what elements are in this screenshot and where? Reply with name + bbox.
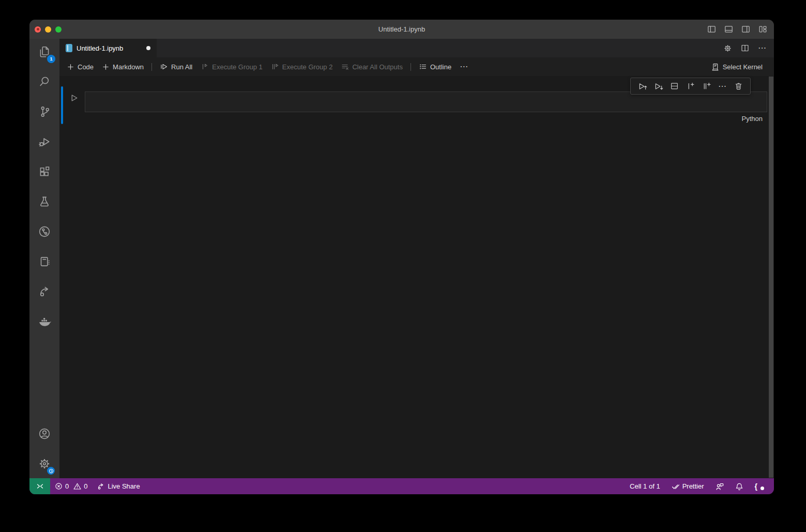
execute-above-cells-icon[interactable] bbox=[634, 79, 650, 94]
run-all-icon bbox=[160, 63, 168, 71]
notebook-body[interactable]: ⋯ Python bbox=[59, 76, 774, 478]
execute-group-2-button[interactable]: Execute Group 2 bbox=[267, 60, 337, 73]
check-all-icon bbox=[672, 482, 680, 491]
search-icon bbox=[38, 75, 51, 88]
sidebar-item-live-share[interactable] bbox=[33, 280, 56, 303]
tab-bar: Untitled-1.ipynb ⋯ bbox=[59, 39, 774, 57]
delete-cell-icon[interactable] bbox=[731, 79, 747, 94]
explorer-badge: 1 bbox=[47, 55, 55, 63]
traffic-lights bbox=[29, 26, 62, 33]
extensions-icon bbox=[38, 165, 51, 178]
more-actions-icon[interactable]: ⋯ bbox=[758, 44, 767, 52]
feedback-icon bbox=[716, 482, 724, 491]
clear-outputs-icon bbox=[341, 63, 349, 71]
run-and-debug-icon bbox=[38, 135, 51, 148]
source-control-icon bbox=[38, 105, 51, 118]
plus-icon bbox=[102, 63, 110, 71]
account-icon bbox=[38, 427, 51, 440]
toggle-panel-icon[interactable] bbox=[724, 25, 733, 34]
sidebar-item-extensions[interactable] bbox=[33, 160, 56, 183]
error-count: 0 bbox=[65, 482, 69, 490]
toggle-secondary-sidebar-icon[interactable] bbox=[741, 25, 750, 34]
add-to-execute-group-1-icon[interactable] bbox=[682, 79, 698, 94]
formatter-status[interactable]: Prettier bbox=[667, 482, 709, 491]
plus-icon bbox=[67, 63, 74, 71]
settings-button[interactable] bbox=[33, 452, 56, 475]
status-bar: 0 0 Live Share Cell 1 of 1 Prettier bbox=[29, 478, 774, 494]
sidebar-item-git-graph[interactable] bbox=[33, 220, 56, 243]
select-kernel-button[interactable]: Select Kernel bbox=[707, 60, 767, 73]
execute-group-1-button[interactable]: Execute Group 1 bbox=[196, 60, 267, 73]
kernel-area: Select Kernel bbox=[707, 60, 771, 73]
split-editor-icon[interactable] bbox=[741, 44, 749, 52]
split-cell-icon[interactable] bbox=[666, 79, 682, 94]
tab-label: Untitled-1.ipynb bbox=[77, 44, 123, 52]
cell-code-editor[interactable] bbox=[85, 92, 767, 112]
fullscreen-window-button[interactable] bbox=[55, 26, 62, 33]
live-share-status[interactable]: Live Share bbox=[92, 478, 144, 494]
sidebar-item-source-control[interactable] bbox=[33, 100, 56, 123]
close-window-button[interactable] bbox=[35, 26, 41, 33]
more-actions-icon: ⋯ bbox=[460, 63, 468, 71]
bracket-status-button[interactable]: { bbox=[750, 482, 769, 491]
bell-icon bbox=[735, 482, 743, 491]
main-area: 1 bbox=[29, 39, 774, 478]
activity-bar: 1 bbox=[29, 39, 59, 478]
customize-layout-icon[interactable] bbox=[758, 25, 767, 34]
toggle-sidebar-icon[interactable] bbox=[707, 25, 716, 34]
run-cell-icon[interactable] bbox=[70, 94, 79, 102]
execute-group-2-icon bbox=[271, 63, 279, 71]
cell-language-picker[interactable]: Python bbox=[742, 115, 763, 123]
editor-actions: ⋯ bbox=[723, 39, 774, 57]
cell-position-indicator[interactable]: Cell 1 of 1 bbox=[625, 482, 665, 490]
notebook-icon bbox=[38, 255, 51, 268]
warning-count: 0 bbox=[84, 482, 87, 490]
window-title: Untitled-1.ipynb bbox=[29, 25, 774, 33]
account-button[interactable] bbox=[33, 422, 56, 445]
add-to-execute-group-2-icon[interactable] bbox=[698, 79, 714, 94]
sidebar-item-search[interactable] bbox=[33, 70, 56, 93]
sidebar-item-run-debug[interactable] bbox=[33, 130, 56, 153]
outline-button[interactable]: Outline bbox=[415, 60, 455, 73]
live-share-icon bbox=[38, 285, 51, 298]
sidebar-item-docker[interactable] bbox=[33, 310, 56, 333]
bracket-dot bbox=[761, 487, 764, 490]
sidebar-item-testing[interactable] bbox=[33, 190, 56, 213]
list-icon bbox=[419, 63, 427, 71]
sidebar-item-explorer[interactable]: 1 bbox=[33, 40, 56, 63]
status-bar-right: Cell 1 of 1 Prettier { bbox=[625, 482, 774, 491]
warning-icon bbox=[73, 482, 81, 490]
vscode-window: Untitled-1.ipynb 1 bbox=[29, 20, 774, 494]
cell-toolbar: ⋯ bbox=[630, 78, 751, 95]
git-graph-icon bbox=[38, 225, 51, 238]
problems-indicator[interactable]: 0 0 bbox=[50, 478, 92, 494]
toolbar-more-actions[interactable]: ⋯ bbox=[455, 60, 473, 73]
layout-controls bbox=[707, 25, 774, 34]
tab-untitled-notebook[interactable]: Untitled-1.ipynb bbox=[59, 39, 157, 57]
remote-indicator[interactable] bbox=[29, 478, 50, 494]
sidebar-item-notebook[interactable] bbox=[33, 250, 56, 273]
add-markdown-cell-button[interactable]: Markdown bbox=[98, 60, 148, 73]
notebook-toolbar: Code Markdown Run All bbox=[59, 57, 774, 76]
execute-cell-and-below-icon[interactable] bbox=[650, 79, 666, 94]
modified-dot-icon[interactable] bbox=[146, 46, 150, 50]
add-code-cell-button[interactable]: Code bbox=[63, 60, 98, 73]
bracket-icon: { bbox=[755, 482, 757, 491]
notebook-file-icon bbox=[66, 44, 72, 52]
activity-bar-bottom bbox=[33, 422, 56, 478]
cell-status-bar: Python bbox=[85, 112, 767, 125]
cell-more-actions-icon[interactable]: ⋯ bbox=[714, 79, 731, 94]
notebook-settings-gear-icon[interactable] bbox=[723, 44, 732, 53]
notifications-button[interactable] bbox=[731, 482, 748, 491]
titlebar: Untitled-1.ipynb bbox=[29, 20, 774, 39]
toolbar-divider bbox=[151, 63, 152, 71]
execute-group-1-icon bbox=[201, 63, 209, 71]
feedback-button[interactable] bbox=[711, 482, 728, 491]
run-all-button[interactable]: Run All bbox=[156, 60, 196, 73]
clear-all-outputs-button[interactable]: Clear All Outputs bbox=[337, 60, 407, 73]
scrollbar[interactable] bbox=[769, 77, 773, 478]
minimize-window-button[interactable] bbox=[45, 26, 51, 33]
kernel-icon bbox=[711, 63, 720, 71]
docker-icon bbox=[37, 314, 52, 329]
settings-update-badge-clock-icon bbox=[47, 467, 55, 475]
